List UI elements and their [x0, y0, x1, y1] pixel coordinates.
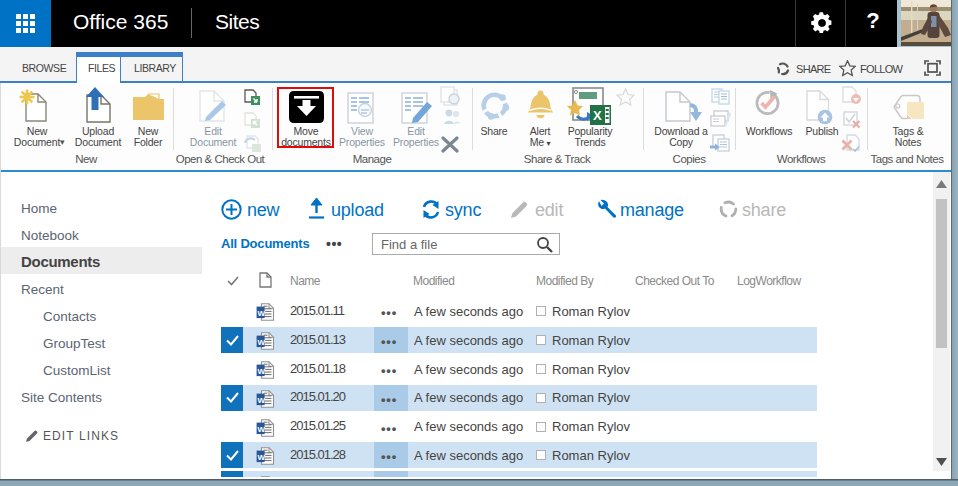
svg-text:W: W [257, 395, 265, 404]
svg-text:X: X [593, 108, 602, 123]
svg-text:W: W [257, 338, 265, 347]
svg-text:W: W [257, 424, 265, 433]
svg-text:W: W [257, 453, 265, 462]
svg-text:W: W [257, 367, 265, 376]
svg-text:W: W [257, 309, 265, 318]
